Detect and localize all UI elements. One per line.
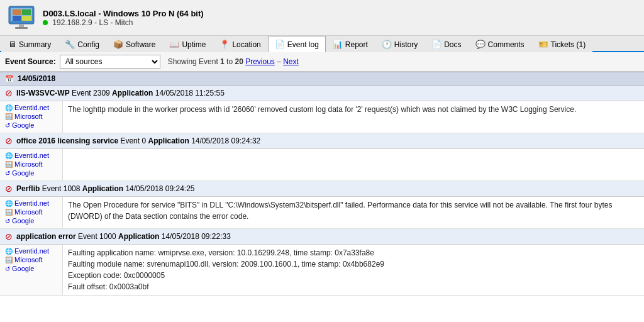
event-title-row-3: ⊘ Perflib Event 1008 Application 14/05/2…	[0, 181, 644, 197]
event-description-4: Faulting application name: wmiprvse.exe,…	[63, 245, 389, 295]
tab-eventlog-label: Event log	[287, 40, 319, 49]
computer-title: D003.LS.local - Windows 10 Pro N (64 bit…	[43, 9, 204, 18]
next-link[interactable]: Next	[283, 57, 299, 66]
svg-rect-7	[15, 27, 28, 29]
eventid-link-3[interactable]: 🌐Eventid.net	[5, 199, 57, 207]
svg-rect-3	[22, 9, 31, 15]
tab-location-label: Location	[232, 40, 260, 49]
header-info: D003.LS.local - Windows 10 Pro N (64 bit…	[43, 9, 204, 27]
event-source-4: application error	[16, 232, 76, 241]
tab-config[interactable]: 🔧 Config	[58, 36, 106, 52]
date-label-1: 14/05/2018	[18, 74, 55, 83]
microsoft-link-2[interactable]: 🪟Microsoft	[5, 160, 57, 168]
event-source-3: Perflib	[16, 184, 40, 193]
ms-icon-2: 🪟	[5, 161, 13, 168]
error-icon-4: ⊘	[5, 231, 13, 242]
eventid-link-1[interactable]: 🌐Eventid.net	[5, 104, 57, 111]
location-icon: 📍	[219, 40, 230, 49]
tab-history[interactable]: 🕐 History	[375, 36, 425, 52]
event-body-4: 🌐Eventid.net 🪟Microsoft ↺Google Faulting…	[0, 245, 644, 295]
ip-info: 192.168.2.9 - LS - Mitch	[52, 18, 133, 27]
previous-link[interactable]: Previous	[245, 57, 275, 66]
tab-comments-label: Comments	[488, 40, 525, 49]
microsoft-link-4[interactable]: 🪟Microsoft	[5, 256, 57, 264]
event-title-text-3: Perflib Event 1008 Application 14/05/201…	[16, 184, 195, 193]
microsoft-link-3[interactable]: 🪟Microsoft	[5, 208, 57, 216]
config-icon: 🔧	[65, 40, 75, 49]
nav-tabs: 🖥 Summary 🔧 Config 📦 Software 📖 Uptime 📍…	[0, 36, 644, 52]
event-body-2: 🌐Eventid.net 🪟Microsoft ↺Google	[0, 149, 644, 180]
google-link-4[interactable]: ↺Google	[5, 265, 57, 272]
event-source-1: IIS-W3SVC-WP	[16, 89, 70, 97]
event-description-3: The Open Procedure for service "BITS" in…	[63, 197, 644, 228]
google-icon-4: ↺	[5, 265, 10, 272]
tab-software-label: Software	[126, 40, 155, 49]
event-links-4: 🌐Eventid.net 🪟Microsoft ↺Google	[0, 245, 63, 295]
docs-icon: 📄	[431, 40, 441, 49]
event-links-2: 🌐Eventid.net 🪟Microsoft ↺Google	[0, 149, 63, 180]
svg-rect-6	[19, 24, 24, 27]
filter-info: Showing Event 1 to 20 Previous – Next	[168, 57, 299, 66]
header: D003.LS.local - Windows 10 Pro N (64 bit…	[0, 0, 644, 36]
comments-icon: 💬	[475, 40, 486, 49]
tab-summary[interactable]: 🖥 Summary	[1, 36, 58, 52]
google-link-1[interactable]: ↺Google	[5, 121, 57, 129]
filter-bar: Event Source: All sources Showing Event …	[0, 52, 644, 72]
tab-report[interactable]: 📊 Report	[326, 36, 375, 52]
status-dot	[43, 20, 48, 25]
eventlog-icon: 📄	[275, 40, 285, 49]
event-source-2: office 2016 licensing service	[16, 136, 118, 145]
globe-icon-1: 🌐	[5, 104, 13, 111]
eventid-link-4[interactable]: 🌐Eventid.net	[5, 247, 57, 255]
event-entry-2: ⊘ office 2016 licensing service Event 0 …	[0, 133, 644, 181]
event-meta-3: Event 1008 Application 14/05/2018 09:24:…	[42, 184, 195, 193]
google-link-3[interactable]: ↺Google	[5, 217, 57, 225]
summary-icon: 🖥	[8, 40, 16, 49]
svg-rect-2	[13, 9, 21, 15]
event-entry-4: ⊘ application error Event 1000 Applicati…	[0, 229, 644, 296]
tab-tickets[interactable]: 🎫 Tickets (1)	[531, 36, 593, 52]
tab-docs[interactable]: 📄 Docs	[425, 36, 468, 52]
ms-icon-4: 🪟	[5, 257, 13, 264]
google-link-2[interactable]: ↺Google	[5, 169, 57, 177]
event-body-1: 🌐Eventid.net 🪟Microsoft ↺Google The logh…	[0, 101, 644, 133]
eventid-link-2[interactable]: 🌐Eventid.net	[5, 152, 57, 159]
ms-icon-3: 🪟	[5, 209, 13, 216]
tab-tickets-label: Tickets (1)	[551, 40, 586, 49]
tab-location[interactable]: 📍 Location	[213, 36, 267, 52]
microsoft-link-1[interactable]: 🪟Microsoft	[5, 113, 57, 120]
tab-software[interactable]: 📦 Software	[106, 36, 162, 52]
svg-rect-4	[13, 16, 21, 21]
tab-report-label: Report	[345, 40, 368, 49]
tab-eventlog[interactable]: 📄 Event log	[268, 36, 326, 52]
google-icon-2: ↺	[5, 170, 10, 177]
report-icon: 📊	[333, 40, 343, 49]
tickets-icon: 🎫	[538, 40, 548, 49]
event-title-text-1: IIS-W3SVC-WP Event 2309 Application 14/0…	[16, 89, 225, 97]
event-description-1: The loghttp module in the worker process…	[63, 101, 581, 133]
calendar-icon: 📅	[5, 75, 14, 83]
event-links-3: 🌐Eventid.net 🪟Microsoft ↺Google	[0, 197, 63, 228]
date-header-1: 📅 14/05/2018	[0, 72, 644, 86]
globe-icon-4: 🌐	[5, 248, 13, 255]
event-title-row-1: ⊘ IIS-W3SVC-WP Event 2309 Application 14…	[0, 86, 644, 101]
computer-subtitle: 192.168.2.9 - LS - Mitch	[43, 18, 204, 27]
event-from: 1	[220, 57, 225, 66]
tab-summary-label: Summary	[19, 40, 51, 49]
software-icon: 📦	[113, 40, 123, 49]
event-title-row-4: ⊘ application error Event 1000 Applicati…	[0, 229, 644, 245]
tab-uptime[interactable]: 📖 Uptime	[162, 36, 213, 52]
event-meta-4: Event 1000 Application 14/05/2018 09:22:…	[78, 232, 231, 241]
tab-comments[interactable]: 💬 Comments	[469, 36, 531, 52]
event-description-2	[63, 149, 73, 180]
event-entry-3: ⊘ Perflib Event 1008 Application 14/05/2…	[0, 181, 644, 229]
event-to: 20	[235, 57, 243, 66]
globe-icon-2: 🌐	[5, 152, 13, 159]
events-container: 📅 14/05/2018 ⊘ IIS-W3SVC-WP Event 2309 A…	[0, 72, 644, 296]
event-meta-1: Event 2309 Application 14/05/2018 11:25:…	[72, 89, 225, 97]
event-source-select[interactable]: All sources	[60, 55, 160, 69]
event-title-text-2: office 2016 licensing service Event 0 Ap…	[16, 136, 260, 145]
tab-docs-label: Docs	[444, 40, 461, 49]
google-icon-3: ↺	[5, 218, 10, 225]
svg-rect-5	[22, 16, 31, 21]
